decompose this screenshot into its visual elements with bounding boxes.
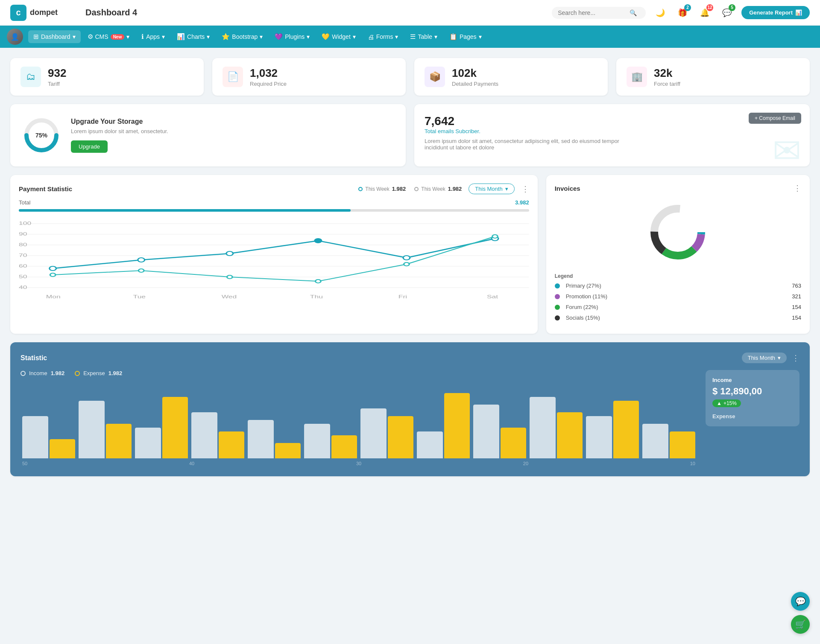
bell-icon-btn[interactable]: 🔔 12: [697, 5, 712, 20]
nav-item-charts[interactable]: 📊 Charts ▾: [172, 30, 215, 43]
svg-point-22: [50, 273, 56, 277]
moon-icon-btn[interactable]: 🌙: [653, 5, 668, 20]
income-amount: $ 12,890,00: [712, 386, 793, 397]
bar-yellow: [162, 397, 188, 458]
nav-item-cms[interactable]: ⚙ CMS New ▾: [82, 30, 135, 43]
legend-dot-1: [358, 187, 363, 191]
legend-primary-value: 763: [792, 283, 801, 289]
expense-section-label: Expense: [712, 413, 793, 420]
bar-white: [586, 416, 612, 458]
bar-yellow: [106, 424, 132, 458]
svg-text:Thu: Thu: [310, 294, 323, 299]
bar-white: [79, 401, 105, 458]
legend-forum-label: Forum (22%): [566, 304, 598, 310]
bar-group: [417, 393, 470, 458]
cms-nav-icon: ⚙: [88, 33, 93, 41]
search-input[interactable]: [558, 9, 626, 16]
generate-report-button[interactable]: Generate Report 📊: [741, 6, 810, 19]
required-price-icon: 📄: [223, 67, 243, 87]
bar-white: [642, 424, 668, 458]
tariff-label: Tariff: [48, 81, 66, 87]
svg-point-25: [315, 280, 321, 283]
bar-white: [135, 428, 161, 458]
bar-white: [473, 405, 499, 458]
income-legend-value: 1.982: [51, 370, 65, 376]
nav-item-dashboard[interactable]: ⊞ Dashboard ▾: [28, 30, 81, 43]
nav-label-bootstrap: Bootstrap: [232, 33, 258, 40]
generate-report-label: Generate Report: [749, 9, 793, 16]
nav-item-apps[interactable]: ℹ Apps ▾: [136, 30, 170, 43]
statistic-body: Income 1.982 Expense 1.982 50 40 30: [20, 370, 800, 466]
nav-item-forms[interactable]: 🖨 Forms ▾: [363, 31, 404, 43]
chevron-down-icon-table: ▾: [434, 33, 437, 40]
invoices-donut-chart: [644, 198, 712, 266]
invoices-legend-list: Legend Primary (27%) 763 Promotion (11%)…: [555, 273, 801, 321]
legend-row-socials: Socials (15%) 154: [555, 315, 801, 321]
bar-yellow: [501, 428, 527, 458]
bar-group: [304, 424, 357, 458]
payment-chart-legend: This Week 1.982 This Week 1.982: [358, 186, 462, 192]
detailed-payments-value: 102k: [452, 67, 498, 80]
bar-chart-bars: [20, 382, 697, 458]
tariff-icon: 🗂: [20, 67, 41, 87]
invoices-options-icon[interactable]: ⋮: [794, 184, 801, 193]
chevron-down-icon-forms: ▾: [395, 33, 398, 40]
svg-text:100: 100: [19, 221, 31, 226]
legend-dot-2: [414, 187, 419, 191]
this-month-filter-button[interactable]: This Month ▾: [469, 184, 514, 194]
nav-label-dashboard: Dashboard: [41, 33, 70, 40]
invoices-header: Invoices ⋮: [555, 184, 801, 193]
logo-icon: c: [10, 5, 26, 21]
bar-yellow: [275, 443, 301, 458]
payment-chart-title: Payment Statistic: [19, 185, 72, 192]
statistic-header: Statistic This Month ▾ ⋮: [20, 353, 800, 363]
payment-progress-fill: [19, 209, 351, 212]
chat-icon-btn[interactable]: 💬 5: [719, 5, 735, 20]
legend-socials-color: [555, 315, 560, 321]
statistic-options-icon[interactable]: ⋮: [792, 353, 800, 363]
svg-text:40: 40: [19, 285, 27, 290]
mid-row: 75% Upgrade Your Storage Lorem ipsum dol…: [10, 104, 810, 166]
charts-row: Payment Statistic This Week 1.982 This W…: [10, 175, 810, 334]
legend-promotion-label: Promotion (11%): [566, 293, 608, 300]
bar-group: [530, 397, 583, 458]
upgrade-button[interactable]: Upgrade: [71, 140, 108, 153]
force-tariff-value: 32k: [654, 67, 680, 80]
statistic-month-filter-button[interactable]: This Month ▾: [742, 353, 787, 363]
svg-point-16: [50, 266, 56, 271]
total-label: Total: [19, 199, 30, 206]
bar-group: [586, 401, 639, 458]
svg-point-23: [138, 269, 144, 272]
income-badge: ▲ +15%: [712, 399, 741, 407]
compose-email-button[interactable]: + Compose Email: [749, 113, 801, 124]
svg-text:Tue: Tue: [133, 294, 146, 299]
chevron-down-icon-widget: ▾: [353, 33, 356, 40]
gift-icon-btn[interactable]: 🎁 2: [675, 5, 690, 20]
bootstrap-nav-icon: ⭐: [222, 33, 230, 41]
chevron-down-icon-apps: ▾: [162, 33, 165, 40]
invoices-card: Invoices ⋮ Legend Primary (27%) 763: [546, 175, 810, 334]
chevron-down-icon-plugins: ▾: [307, 33, 310, 40]
stat-card-detailed-payments: 📦 102k Detailed Payments: [414, 58, 608, 96]
chart-options-icon[interactable]: ⋮: [521, 184, 529, 194]
nav-item-bootstrap[interactable]: ⭐ Bootstrap ▾: [217, 30, 268, 43]
nav-item-pages[interactable]: 📋 Pages ▾: [444, 30, 487, 43]
legend-item-1: This Week 1.982: [358, 186, 406, 192]
bar-yellow: [219, 431, 245, 458]
legend-primary-label: Primary (27%): [566, 283, 601, 289]
statistic-card: Statistic This Month ▾ ⋮ Income 1.982: [10, 342, 810, 476]
storage-card: 75% Upgrade Your Storage Lorem ipsum dol…: [10, 104, 406, 166]
bar-white: [22, 416, 48, 458]
nav-item-plugins[interactable]: 💜 Plugins ▾: [269, 30, 315, 43]
svg-text:70: 70: [19, 253, 27, 258]
nav-label-charts: Charts: [187, 33, 205, 40]
charts-nav-icon: 📊: [177, 33, 185, 41]
bell-badge: 12: [706, 4, 713, 11]
nav-item-widget[interactable]: 💛 Widget ▾: [316, 30, 361, 43]
bar-group: [135, 397, 188, 458]
nav-item-table[interactable]: ☰ Table ▾: [405, 30, 442, 43]
chat-badge: 5: [729, 4, 735, 11]
legend2-label: This Week: [421, 186, 445, 192]
search-bar[interactable]: 🔍: [552, 7, 646, 19]
legend-row-primary: Primary (27%) 763: [555, 283, 801, 289]
